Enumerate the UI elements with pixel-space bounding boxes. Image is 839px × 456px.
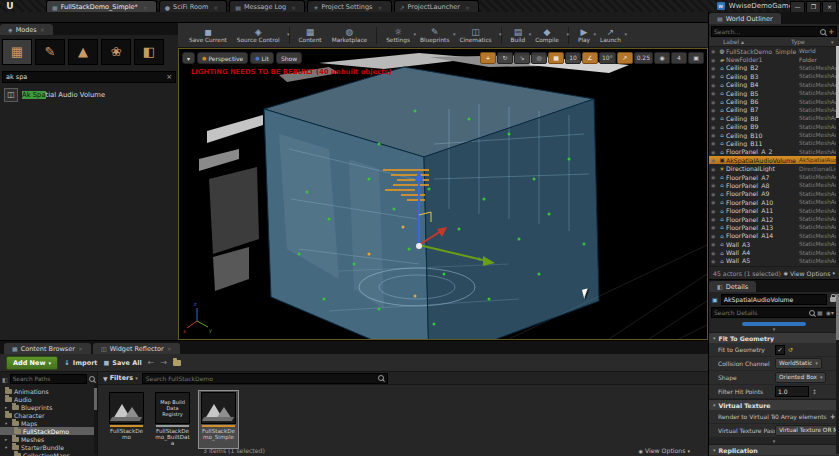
filter-hit-points-input[interactable] [775, 386, 809, 397]
outliner-row[interactable]: ◉ ⌂ FloorPanel_A13 StaticMeshActor [709, 223, 839, 231]
visibility-eye-icon[interactable]: ◉ [711, 199, 718, 205]
toolbar-button[interactable]: ☼ Settings ▾ [381, 27, 415, 44]
visibility-eye-icon[interactable]: ◉ [711, 82, 718, 88]
visibility-eye-icon[interactable]: ◉ [711, 174, 718, 180]
outliner-row[interactable]: ◉ ⌂ Ceiling_B9 StaticMeshActor [709, 123, 839, 131]
scale-tool-icon[interactable]: ↘ [514, 52, 530, 64]
outliner-row[interactable]: ◉ ⌂ FloorPanel_A8 StaticMeshActor [709, 181, 839, 189]
modes-tab[interactable]: ◈ Modes × [0, 24, 53, 35]
asset-search-input[interactable] [146, 375, 376, 382]
outliner-row[interactable]: ◉ ⌂ Ceiling_B5 StaticMeshActor [709, 89, 839, 97]
maximize-viewport-icon[interactable]: ▣ [688, 52, 704, 64]
visibility-eye-icon[interactable]: ◉ [711, 258, 718, 264]
outliner-row[interactable]: ◉ ⌂ Ceiling_B4 StaticMeshActor [709, 81, 839, 89]
viewport[interactable]: z x y ▾ ● Perspective ● Lit Show LIGHTIN… [178, 48, 708, 340]
tab-close-icon[interactable]: × [143, 4, 148, 11]
outliner-row[interactable]: ◉ ⌂ Ceiling_B3 StaticMeshActor [709, 72, 839, 80]
visibility-eye-icon[interactable]: ◉ [711, 65, 718, 71]
visibility-eye-icon[interactable]: ◉ [711, 233, 718, 239]
outliner-row[interactable]: ◉ ⌂ FloorPanel_A9 StaticMeshActor [709, 190, 839, 198]
paint-mode-button[interactable]: ✎ [35, 39, 65, 65]
visibility-eye-icon[interactable]: ◉ [711, 57, 718, 63]
outliner-row[interactable]: ◉ ☀ DirectionalLight DirectionalLight [709, 164, 839, 172]
chevron-down-icon[interactable]: ▾ [287, 31, 290, 37]
world-outliner-tab[interactable]: ▤ World Outliner [709, 13, 781, 24]
expand-icon[interactable]: ↕ [812, 388, 817, 395]
section-replication[interactable]: ▾ Replication [709, 444, 839, 455]
type-column-header[interactable]: Type [791, 38, 831, 45]
visibility-eye-icon[interactable]: ◉ [711, 149, 718, 155]
lit-button[interactable]: ● Lit [250, 52, 274, 64]
visibility-eye-icon[interactable]: ◉ [711, 224, 718, 230]
foliage-mode-button[interactable]: ❀ [101, 39, 131, 65]
toolbar-button[interactable]: ◫ Cinematics ▾ [454, 27, 501, 44]
visibility-eye-icon[interactable]: ◉ [711, 115, 718, 121]
visibility-eye-icon[interactable]: ◉ [711, 140, 718, 146]
asset-tile[interactable]: Map Build Data Registry FullStackDemo_Bu… [152, 390, 193, 449]
visibility-eye-icon[interactable]: ◉ [711, 99, 718, 105]
outliner-row[interactable]: ◉ ⌂ FloorPanel_A_2 StaticMeshActor [709, 148, 839, 156]
folder-tree-item[interactable]: ▾ StarterBundle [0, 443, 97, 451]
collision-channel-dropdown[interactable]: WorldStatic▾ [775, 358, 822, 369]
outliner-row[interactable]: ◉ ◍ FullStackDemo_Simple (Editor) World [709, 47, 839, 55]
outliner-row[interactable]: ◉ ⌂ Ceiling_B8 StaticMeshActor [709, 114, 839, 122]
visibility-eye-icon[interactable]: ◉ [711, 191, 718, 197]
folder-tree-item[interactable]: ▾ Maps [0, 419, 97, 427]
toolbar-button[interactable]: ◈ Source Control ▾ [232, 27, 290, 44]
landscape-mode-button[interactable]: ▲ [68, 39, 98, 65]
visibility-eye-icon[interactable]: ◉ [711, 124, 718, 130]
outliner-row[interactable]: ◉ ▰ NewFolder1 Folder [709, 55, 839, 63]
toolbar-button[interactable]: ↗ Launch ▾ [595, 27, 626, 44]
visibility-eye-icon[interactable]: ◉ [711, 132, 718, 138]
add-element-icon[interactable]: + [830, 413, 836, 421]
shape-dropdown[interactable]: Oriented Box▾ [775, 372, 826, 383]
perspective-button[interactable]: ● Perspective [197, 52, 248, 64]
visibility-eye-icon[interactable]: ◉ [711, 216, 718, 222]
asset-tile[interactable]: FullStackDemo [106, 390, 147, 449]
chevron-down-icon[interactable]: ▾ [624, 31, 627, 37]
viewport-options-button[interactable]: ▾ [182, 52, 195, 64]
clear-search-icon[interactable]: × [166, 73, 172, 81]
outliner-row[interactable]: ◉ ⌂ FloorPanel_A12 StaticMeshActor [709, 215, 839, 223]
outliner-row[interactable]: ◉ ⌂ FloorPanel_A7 StaticMeshActor [709, 173, 839, 181]
outliner-row[interactable]: ◉ ▣ AkSpatialAudioVolume AkSpatialAudioV [709, 156, 839, 164]
tab-close-icon[interactable]: × [78, 345, 83, 352]
camera-speed-value[interactable]: 4 [671, 52, 687, 64]
move-tool-icon[interactable]: + [480, 52, 496, 64]
scale-snap-value[interactable]: 0.25 [634, 52, 653, 64]
folder-tree-item[interactable]: ▸ Blueprints [0, 403, 97, 411]
expand-arrow-icon[interactable]: ▸ [5, 405, 10, 410]
toolbar-button[interactable]: ▤ Build ▾ [506, 27, 531, 44]
outliner-row[interactable]: ◉ ⌂ Ceiling_B2 StaticMeshActor [709, 64, 839, 72]
sources-search-input[interactable] [10, 374, 87, 384]
add-new-button[interactable]: Add New▾ [6, 356, 58, 370]
outliner-row[interactable]: ◉ ⌂ FloorPanel_A14 StaticMeshActor [709, 232, 839, 240]
sources-scrollbar[interactable] [94, 384, 97, 454]
tab-close-icon[interactable]: × [465, 4, 470, 11]
grid-snap-value[interactable]: 10 [565, 52, 581, 64]
modes-tab-close-icon[interactable]: × [40, 26, 45, 33]
details-search-input[interactable] [714, 309, 807, 316]
toolbar-button[interactable]: ◆ Compile ▾ [530, 27, 569, 44]
outliner-row[interactable]: ◉ ⌂ Wall_A3 StaticMeshActor [709, 240, 839, 248]
toolbar-button[interactable]: ▦ Content [294, 27, 327, 44]
show-button[interactable]: Show [276, 52, 302, 64]
visibility-eye-icon[interactable]: ◉ [711, 166, 718, 172]
content-browser-tab[interactable]: ◫ Widget Reflector × [93, 343, 180, 354]
section-fit-to-geometry[interactable]: ▾ Fit To Geometry [709, 332, 839, 343]
visibility-eye-icon[interactable]: ◉ [711, 90, 718, 96]
folder-tree-item[interactable]: FullStackDemo [0, 427, 97, 435]
cb-view-options-button[interactable]: ◉ View Options▾ [639, 447, 690, 454]
back-button[interactable]: ← [148, 358, 155, 367]
rotation-snap-value[interactable]: 10° [599, 52, 616, 64]
save-all-button[interactable]: ◼Save All [103, 359, 141, 367]
display-filter-eye-icon[interactable]: ◉▾ [826, 309, 834, 316]
folder-tree-item[interactable]: CollectionMaps [0, 451, 97, 456]
visibility-eye-icon[interactable]: ◉ [711, 73, 718, 79]
details-tab[interactable]: ◧ Details [709, 281, 756, 292]
virtual-texture-pass-dropdown[interactable]: Virtual Texture OR Main Pass▾ [775, 425, 839, 436]
visibility-eye-icon[interactable]: ◉ [711, 48, 718, 54]
outliner-row[interactable]: ◉ ⌂ Ceiling_B11 StaticMeshActor [709, 139, 839, 147]
modes-search-input[interactable] [6, 73, 166, 81]
folder-tree-item[interactable]: Character [0, 411, 97, 419]
